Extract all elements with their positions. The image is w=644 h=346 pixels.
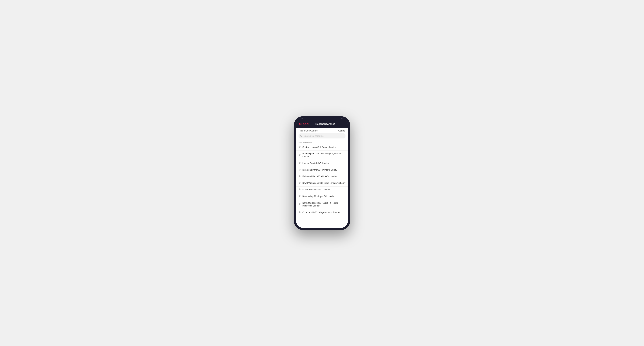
course-name: North Middlesex GC (1011942 - North Midd… — [302, 202, 346, 207]
search-bar — [296, 133, 348, 140]
course-name: Richmond Park GC - Prince's, Surrey — [302, 169, 337, 172]
location-pin-icon — [298, 188, 301, 191]
list-item[interactable]: Central London Golf Centre, London — [296, 144, 348, 151]
course-name: Royal Wimbledon GC, Great London Authori… — [302, 182, 345, 185]
location-pin-icon — [298, 195, 301, 197]
list-item[interactable]: Richmond Park GC - Prince's, Surrey — [296, 167, 348, 173]
location-pin-icon — [298, 203, 301, 206]
courses-list: Nearby courses Central London Golf Centr… — [296, 140, 348, 225]
home-indicator — [296, 225, 348, 228]
location-pin-icon — [298, 182, 301, 184]
course-name: London Scottish GC, London — [302, 162, 329, 165]
find-bar: Find a Golf Course Cancel — [296, 128, 348, 133]
list-item[interactable]: London Scottish GC, London — [296, 160, 348, 167]
page-title: Recent Searches — [316, 123, 335, 125]
section-header: Nearby courses — [296, 140, 348, 144]
course-name: Dukes Meadows GC, London — [302, 188, 330, 191]
course-name: Brent Valley Municipal GC, London — [302, 195, 335, 198]
find-label: Find a Golf Course — [298, 129, 318, 132]
list-item[interactable]: Coombe Hill GC, Kingston upon Thames — [296, 209, 348, 216]
list-item[interactable]: Dukes Meadows GC, London — [296, 186, 348, 193]
screen-content: Find a Golf Course Cancel Nearby courses… — [296, 128, 348, 225]
search-wrapper — [298, 133, 346, 139]
location-pin-icon — [298, 169, 301, 171]
svg-line-1 — [302, 136, 302, 137]
location-pin-icon — [298, 146, 301, 149]
list-item[interactable]: Richmond Park GC - Duke's, London — [296, 173, 348, 180]
status-bar — [296, 118, 348, 121]
top-bar: clippd Recent Searches — [296, 121, 348, 128]
location-pin-icon — [298, 175, 301, 178]
course-name: Richmond Park GC - Duke's, London — [302, 175, 337, 178]
list-item[interactable]: Brent Valley Municipal GC, London — [296, 193, 348, 200]
list-item[interactable]: Roehampton Club - Roehampton, Greater Lo… — [296, 151, 348, 160]
search-icon — [300, 135, 302, 137]
phone-frame: clippd Recent Searches Find a Golf Cours… — [294, 116, 350, 230]
search-input[interactable] — [304, 135, 344, 137]
course-name: Central London Golf Centre, London — [302, 146, 336, 149]
list-item[interactable]: Royal Wimbledon GC, Great London Authori… — [296, 180, 348, 186]
location-pin-icon — [298, 211, 301, 214]
home-bar — [315, 226, 329, 226]
location-pin-icon — [298, 154, 301, 157]
course-name: Roehampton Club - Roehampton, Greater Lo… — [302, 152, 346, 158]
course-name: Coombe Hill GC, Kingston upon Thames — [302, 211, 340, 214]
phone-screen: clippd Recent Searches Find a Golf Cours… — [296, 118, 348, 228]
app-logo: clippd — [299, 122, 309, 126]
list-item[interactable]: North Middlesex GC (1011942 - North Midd… — [296, 200, 348, 209]
location-pin-icon — [298, 162, 301, 165]
cancel-button[interactable]: Cancel — [338, 129, 346, 132]
menu-icon[interactable] — [342, 123, 345, 125]
